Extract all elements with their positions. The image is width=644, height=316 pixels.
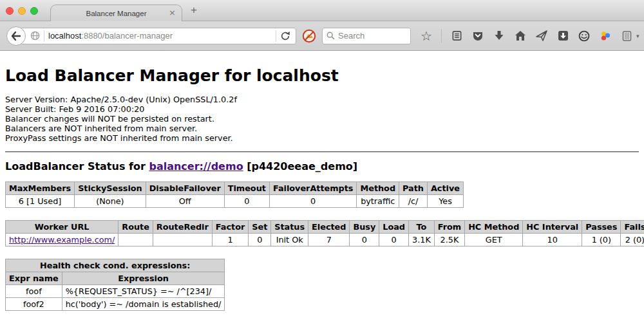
cell-load: 0 [379,234,409,246]
cell-passes: 1 (0) [582,234,621,246]
col-worker-url: Worker URL [6,221,118,234]
col-routeredir: RouteRedir [153,221,212,234]
col-factor: Factor [212,221,248,234]
col-path: Path [399,182,428,195]
cell-hc-method: GET [465,234,523,246]
cell-factor: 1 [212,234,248,246]
section-divider [5,151,639,153]
zoom-window-button[interactable] [30,7,38,15]
table-row: 6 [1 Used] (None) Off 0 0 bytraffic /c/ … [6,195,464,208]
search-icon [327,32,335,40]
health-check-title: Health check cond. expressions: [6,259,225,272]
col-expression: Expression [62,272,225,285]
home-icon[interactable] [514,30,527,42]
col-from: From [434,221,464,234]
inherit-notice-line: Balancers are NOT inherited from main se… [5,124,639,133]
server-version-line: Server Version: Apache/2.5.0-dev (Unix) … [5,95,639,104]
cell-fails: 2 (0) [621,234,644,246]
send-plane-icon[interactable] [535,30,548,42]
col-status: Status [271,221,308,234]
col-hc-interval: HC Interval [523,221,582,234]
globe-icon [30,31,40,41]
urlbar-divider [44,30,44,42]
col-passes: Passes [582,221,621,234]
worker-table: Worker URL Route RouteRedir Factor Set S… [5,220,644,246]
table-row: foof %{REQUEST_STATUS} =~ /^[234]/ [6,285,225,298]
persist-notice-line: Balancer changes will NOT be persisted o… [5,114,639,124]
table-header-row: MaxMembers StickySession DisableFailover… [6,182,464,195]
bookmark-star-icon[interactable]: ☆ [420,30,433,42]
cell-from: 2.5K [434,234,464,246]
col-load: Load [379,221,409,234]
container-extension-icon[interactable] [620,30,633,42]
close-window-button[interactable] [6,7,14,15]
col-fails: Fails [621,221,644,234]
heading-suffix: [p4420eeae_demo] [243,160,358,172]
cell-busy: 0 [350,234,379,246]
minimize-window-button[interactable] [18,7,26,15]
cell-status: Init Ok [271,234,308,246]
tab-close-icon[interactable]: × [169,8,176,18]
cell-routeredir [153,234,212,246]
col-failoverattempts: FailoverAttempts [269,182,357,195]
cell-elected: 7 [308,234,350,246]
col-to: To [409,221,435,234]
cell-expr-name: foof2 [6,298,62,311]
reload-button[interactable] [280,31,290,41]
table-title-row: Health check cond. expressions: [6,259,225,272]
reload-icon [280,31,290,41]
url-path: :8880/balancer-manager [81,31,173,41]
health-check-table: Health check cond. expressions: Expr nam… [5,259,225,311]
bookmarks-list-icon[interactable] [450,30,463,42]
url-text[interactable]: localhost:8880/balancer-manager [48,31,272,41]
worker-url-link[interactable]: http://www.example.com/ [9,235,115,245]
toolbar-divider [441,29,442,43]
col-elected: Elected [308,221,350,234]
cell-to: 3.1K [409,234,435,246]
col-disablefailover: DisableFailover [146,182,224,195]
pocket-icon[interactable] [471,30,484,42]
balancer-demo-link[interactable]: balancer://demo [149,160,243,172]
browser-titlebar: Balancer Manager × + [0,0,644,21]
col-hc-method: HC Method [465,221,523,234]
cell-route [118,234,153,246]
cell-failoverattempts: 0 [269,195,357,208]
table-header-row: Expr name Expression [6,272,225,285]
cell-hc-interval: 10 [523,234,582,246]
cell-set: 0 [249,234,271,246]
video-download-icon[interactable] [556,30,569,42]
col-active: Active [427,182,463,195]
smiley-extension-icon[interactable] [578,30,591,42]
table-row: foof2 hc('body') =~ /domain is establish… [6,298,225,311]
cell-stickysession: (None) [75,195,146,208]
colored-dots-extension-icon[interactable] [599,30,612,42]
back-button[interactable] [6,26,26,46]
new-tab-button[interactable]: + [191,4,197,17]
cell-timeout: 0 [224,195,269,208]
table-header-row: Worker URL Route RouteRedir Factor Set S… [6,221,644,234]
downloads-icon[interactable] [493,30,506,42]
cell-expression: %{REQUEST_STATUS} =~ /^[234]/ [62,285,225,298]
col-method: Method [357,182,399,195]
heading-prefix: LoadBalancer Status for [5,160,149,172]
tab-balancer-manager[interactable]: Balancer Manager × [50,5,182,21]
balancer-settings-table: MaxMembers StickySession DisableFailover… [5,181,464,208]
col-stickysession: StickySession [75,182,146,195]
url-bar[interactable]: localhost:8880/balancer-manager [21,28,296,44]
search-input[interactable] [338,31,402,41]
search-bar[interactable] [322,28,411,44]
content-blocked-button[interactable] [302,29,316,43]
col-maxmembers: MaxMembers [6,182,75,195]
col-route: Route [118,221,153,234]
cell-disablefailover: Off [146,195,224,208]
urlbar-divider-2 [276,30,276,42]
overflow-caret-icon[interactable]: ▾ [636,33,639,39]
cell-active: Yes [427,195,463,208]
cell-worker-url: http://www.example.com/ [6,234,118,246]
tab-title: Balancer Manager [86,10,147,17]
cell-maxmembers: 6 [1 Used] [6,195,75,208]
page-title: Load Balancer Manager for localhost [5,66,639,85]
back-arrow-icon [11,32,21,41]
cell-expr-name: foof [6,285,62,298]
cell-method: bytraffic [357,195,399,208]
